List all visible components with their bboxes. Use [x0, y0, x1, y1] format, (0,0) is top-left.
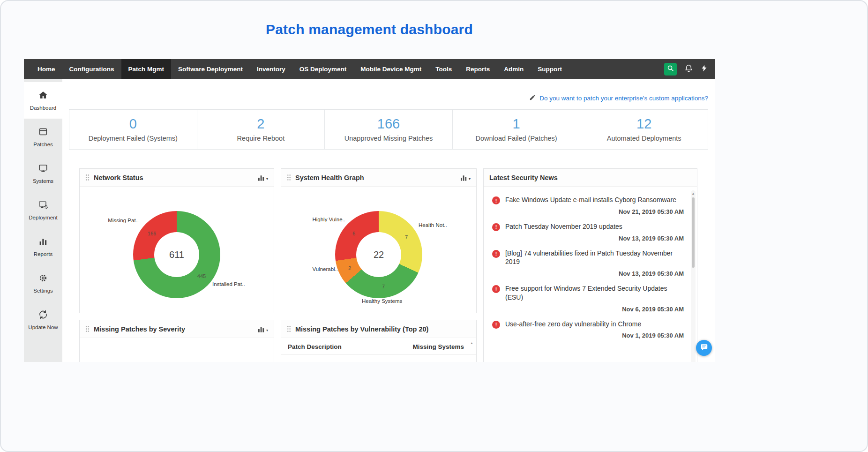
chat-fab-button[interactable]	[696, 340, 712, 356]
nav-item-home[interactable]: Home	[30, 59, 62, 79]
nav-item-os-deployment[interactable]: OS Deployment	[292, 59, 354, 79]
widget-title: Network Status	[94, 174, 143, 181]
patches-icon	[38, 127, 48, 139]
sidebar-item-patches[interactable]: Patches	[24, 119, 62, 155]
update-refresh-icon	[38, 309, 48, 322]
system-health-donut-chart[interactable]: 7 7 2 6 22	[335, 211, 422, 298]
chart-type-icon[interactable]: ▾	[461, 174, 471, 181]
card-system-health: System Health Graph ▾ 7 7 2 6	[281, 168, 477, 313]
stat-deployment-failed[interactable]: 0 Deployment Failed (Systems)	[69, 110, 197, 149]
news-title: Free support for Windows 7 Extended Secu…	[505, 285, 667, 301]
nav-item-configurations[interactable]: Configurations	[62, 59, 121, 79]
stat-value: 166	[377, 117, 400, 131]
sidebar-item-update-now[interactable]: Update Now	[24, 301, 62, 338]
stat-value: 1	[513, 117, 520, 131]
news-timestamp: Nov 13, 2019 05:30 AM	[505, 235, 684, 242]
search-button[interactable]	[664, 63, 677, 75]
stat-value: 2	[257, 117, 264, 131]
nav-item-tools[interactable]: Tools	[428, 59, 459, 79]
quick-actions-button[interactable]	[701, 64, 708, 74]
nav-item-admin[interactable]: Admin	[497, 59, 531, 79]
stat-automated-deployments[interactable]: 12 Automated Deployments	[580, 110, 708, 149]
segment-label-missing-patches: Missing Pat..	[108, 218, 139, 223]
widget-title: Missing Patches by Severity	[94, 325, 185, 333]
severity-chart-area	[80, 338, 274, 362]
drag-handle-icon[interactable]	[287, 325, 291, 332]
search-icon	[667, 65, 674, 74]
scroll-up-icon[interactable]: ▲	[691, 190, 696, 195]
widget-header: Network Status ▾	[80, 169, 274, 187]
vulnerability-table-header: Patch Description Missing Systems ▲	[281, 338, 476, 355]
system-health-chart-area: 7 7 2 6 22 Highly Vulne.. Health Not.. V…	[281, 187, 476, 313]
sidebar-item-systems[interactable]: Systems	[24, 155, 62, 192]
stat-value: 0	[129, 117, 137, 131]
chart-type-icon[interactable]: ▾	[258, 326, 268, 332]
news-title: [Blog] 74 vulnerabilities fixed in Patch…	[505, 249, 673, 266]
widget-header: Missing Patches by Vulnerability (Top 20…	[281, 320, 476, 338]
sidebar-item-label: Patches	[33, 142, 53, 147]
sidebar-item-deployment[interactable]: Deployment	[24, 192, 62, 228]
stat-label: Unapproved Missing Patches	[344, 135, 433, 142]
nav-item-inventory[interactable]: Inventory	[250, 59, 292, 79]
drag-handle-icon[interactable]	[85, 174, 90, 181]
news-scrollbar[interactable]: ▲	[691, 190, 696, 362]
news-item[interactable]: ! [Blog] 74 vulnerabilities fixed in Pat…	[490, 242, 685, 278]
top-nav: Home Configurations Patch Mgmt Software …	[24, 59, 715, 79]
custom-apps-link-row: Do you want to patch your enterprise's c…	[69, 93, 708, 103]
chart-type-icon[interactable]: ▾	[258, 174, 268, 181]
sidebar-item-label: Settings	[33, 288, 53, 294]
news-item[interactable]: ! Fake Windows Update e-mail installs Cy…	[490, 188, 685, 215]
alert-icon: !	[492, 285, 500, 293]
sidebar: Dashboard Patches Systems Deployment Rep…	[24, 79, 62, 362]
sidebar-item-dashboard[interactable]: Dashboard	[24, 82, 62, 119]
nav-item-reports[interactable]: Reports	[459, 59, 497, 79]
vulnerability-table-body	[281, 355, 476, 362]
pencil-icon	[529, 94, 536, 103]
main-content: Do you want to patch your enterprise's c…	[62, 79, 715, 362]
card-network-status: Network Status ▾ 166 445 611	[79, 168, 274, 313]
flash-icon	[701, 64, 708, 74]
network-status-donut-chart[interactable]: 166 445 611	[133, 211, 220, 298]
bell-icon	[684, 64, 693, 75]
chat-bubble-icon	[700, 343, 708, 353]
widget-header: System Health Graph ▾	[281, 169, 476, 187]
stat-label: Require Reboot	[237, 135, 285, 142]
screenshot-frame: Patch management dashboard Home Configur…	[0, 0, 868, 452]
news-item[interactable]: ! Free support for Windows 7 Extended Se…	[490, 277, 685, 313]
segment-label-healthy-systems: Healthy Systems	[362, 298, 402, 304]
stat-require-reboot[interactable]: 2 Require Reboot	[197, 110, 325, 149]
nav-item-mobile-device-mgmt[interactable]: Mobile Device Mgmt	[353, 59, 428, 79]
reports-bars-icon	[38, 236, 48, 249]
nav-item-patch-mgmt[interactable]: Patch Mgmt	[121, 59, 172, 79]
stat-unapproved-missing-patches[interactable]: 166 Unapproved Missing Patches	[324, 110, 452, 149]
scroll-up-icon[interactable]: ▲	[470, 341, 473, 345]
app-window: Home Configurations Patch Mgmt Software …	[24, 59, 715, 362]
sidebar-item-label: Reports	[34, 251, 52, 257]
card-missing-patches-severity: Missing Patches by Severity ▾	[79, 320, 274, 362]
sidebar-item-reports[interactable]: Reports	[24, 228, 62, 265]
drag-handle-icon[interactable]	[287, 174, 291, 181]
sidebar-item-settings[interactable]: Settings	[24, 265, 62, 301]
notifications-button[interactable]	[684, 64, 693, 75]
news-item[interactable]: ! Patch Tuesday November 2019 updates No…	[490, 215, 685, 242]
alert-icon: !	[492, 223, 500, 231]
alert-icon: !	[492, 250, 500, 258]
custom-apps-link[interactable]: Do you want to patch your enterprise's c…	[539, 95, 708, 102]
news-timestamp: Nov 6, 2019 05:30 AM	[505, 306, 684, 313]
nav-item-software-deployment[interactable]: Software Deployment	[171, 59, 250, 79]
news-list: ! Fake Windows Update e-mail installs Cy…	[484, 187, 697, 362]
drag-handle-icon[interactable]	[85, 325, 90, 332]
news-item[interactable]: ! Use-after-free zero day vulnerability …	[490, 313, 685, 339]
segment-label-health-not: Health Not..	[419, 222, 447, 228]
alert-icon: !	[492, 321, 500, 329]
sidebar-item-label: Update Now	[28, 324, 58, 330]
scrollbar-thumb[interactable]	[692, 197, 695, 268]
donut-center-total: 22	[335, 211, 422, 298]
stat-label: Download Failed (Patches)	[476, 135, 557, 142]
nav-item-support[interactable]: Support	[531, 59, 569, 79]
systems-monitor-icon	[38, 163, 48, 175]
stat-download-failed[interactable]: 1 Download Failed (Patches)	[452, 110, 580, 149]
card-security-news: Latest Security News ! Fake Windows Upda…	[483, 168, 697, 362]
summary-stats-row: 0 Deployment Failed (Systems) 2 Require …	[69, 109, 708, 150]
widget-title: Missing Patches by Vulnerability (Top 20…	[295, 325, 428, 333]
